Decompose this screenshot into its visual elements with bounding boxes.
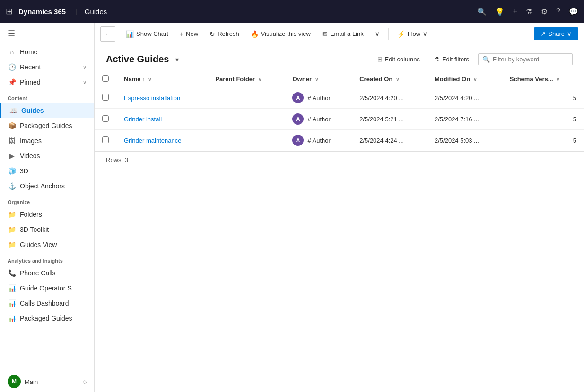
3d-icon: 🧊 [8, 167, 16, 175]
row-name[interactable]: Grinder maintenance [116, 130, 208, 151]
sidebar: ☰ ⌂ Home 🕐 Recent ∨ 📌 Pinned ∨ Content 📖… [0, 23, 95, 392]
data-table: Name ↑ ∨ Parent Folder ∨ Owner ∨ [95, 71, 584, 151]
guide-link[interactable]: Espresso installation [124, 94, 180, 102]
column-header-owner[interactable]: Owner ∨ [285, 71, 352, 87]
share-button[interactable]: ↗ Share ∨ [534, 27, 578, 40]
lightbulb-icon[interactable]: 💡 [495, 7, 505, 16]
sidebar-item-object-anchors[interactable]: ⚓ Object Anchors [0, 179, 94, 194]
view-title-dropdown[interactable]: ▾ [175, 56, 179, 63]
filter-input-wrapper[interactable]: 🔍 [478, 53, 573, 65]
dashboard-icon: 📊 [8, 299, 16, 307]
row-checkbox-cell[interactable] [95, 130, 116, 151]
sidebar-item-packaged-guides-analytics[interactable]: 📊 Packaged Guides [0, 311, 94, 326]
chat-icon[interactable]: 💬 [569, 7, 578, 16]
row-checkbox[interactable] [102, 94, 109, 101]
grid-icon[interactable]: ⊞ [6, 6, 13, 17]
column-header-name[interactable]: Name ↑ ∨ [116, 71, 208, 87]
row-name[interactable]: Grinder install [116, 109, 208, 130]
row-owner: A # Author [285, 87, 352, 109]
sidebar-item-calls-dashboard[interactable]: 📊 Calls Dashboard [0, 296, 94, 311]
sidebar-item-label: Folders [20, 211, 42, 218]
sidebar-item-phone-calls[interactable]: 📞 Phone Calls [0, 265, 94, 281]
chart-icon: 📊 [126, 30, 134, 38]
sidebar-item-folders[interactable]: 📁 Folders [0, 207, 94, 222]
row-checkbox[interactable] [102, 136, 109, 143]
more-options-button[interactable]: ⋯ [434, 27, 449, 40]
chevron-down-icon: ∨ [556, 77, 559, 82]
row-modified-on: 2/5/2024 4:20 ... [427, 87, 502, 109]
show-chart-button[interactable]: 📊 Show Chart [121, 27, 173, 41]
column-header-schema-version[interactable]: Schema Vers... ∨ [502, 71, 584, 87]
row-checkbox[interactable] [102, 115, 109, 122]
add-icon[interactable]: + [513, 7, 517, 16]
share-icon: ↗ [540, 30, 546, 37]
sidebar-item-videos[interactable]: ▶ Videos [0, 148, 94, 163]
sidebar-item-images[interactable]: 🖼 Images [0, 133, 94, 148]
sidebar-item-guide-operator[interactable]: 📊 Guide Operator S... [0, 281, 94, 296]
email-icon: ✉ [322, 30, 328, 38]
sidebar-item-3d[interactable]: 🧊 3D [0, 163, 94, 179]
help-icon[interactable]: ? [556, 7, 560, 16]
sidebar-item-guides-view[interactable]: 📁 Guides View [0, 237, 94, 252]
row-created-on: 2/5/2024 4:24 ... [352, 130, 427, 151]
row-checkbox-cell[interactable] [95, 109, 116, 130]
section-label-content: Content [0, 90, 94, 103]
column-header-modified-on[interactable]: Modified On ∨ [427, 71, 502, 87]
sidebar-item-label: Images [20, 137, 42, 145]
row-checkbox-cell[interactable] [95, 87, 116, 109]
sidebar-item-home[interactable]: ⌂ Home [0, 44, 94, 60]
flow-icon: ⚡ [397, 30, 405, 38]
owner-name: # Author [307, 116, 330, 123]
row-name[interactable]: Espresso installation [116, 87, 208, 109]
email-link-button[interactable]: ✉ Email a Link [317, 27, 368, 41]
share-label: Share [548, 30, 565, 37]
guide-link[interactable]: Grinder maintenance [124, 137, 181, 144]
select-all-header[interactable] [95, 71, 116, 87]
chevron-down-icon: ∨ [148, 77, 151, 82]
visualize-button[interactable]: 🔥 Visualize this view [246, 27, 315, 41]
sidebar-bottom-icon: ◇ [83, 379, 87, 385]
sidebar-item-label: Packaged Guides [20, 122, 72, 129]
owner-name: # Author [307, 94, 330, 102]
email-link-dropdown[interactable]: ∨ [370, 27, 384, 40]
sidebar-item-recent[interactable]: 🕐 Recent ∨ [0, 60, 94, 75]
column-name-label: Name [124, 76, 140, 83]
filter-icon[interactable]: ⚗ [526, 7, 532, 16]
share-dropdown-icon: ∨ [567, 30, 572, 37]
guide-link[interactable]: Grinder install [124, 116, 162, 123]
hamburger-menu[interactable]: ☰ [0, 23, 94, 44]
edit-columns-button[interactable]: ⊞ Edit columns [372, 53, 425, 66]
table-row: Grinder install A # Author 2/5/2024 5:21… [95, 109, 584, 130]
sidebar-item-packaged-guides[interactable]: 📦 Packaged Guides [0, 118, 94, 133]
new-button[interactable]: + New [175, 27, 203, 41]
home-icon: ⌂ [8, 48, 16, 56]
visualize-label: Visualize this view [261, 30, 311, 37]
edit-filters-button[interactable]: ⚗ Edit filters [429, 53, 474, 66]
column-label: Owner [292, 76, 311, 83]
refresh-button[interactable]: ↻ Refresh [205, 27, 244, 41]
show-chart-label: Show Chart [136, 30, 168, 37]
sidebar-item-label: Videos [20, 152, 40, 160]
topbar-divider: | [75, 8, 77, 15]
column-header-parent-folder[interactable]: Parent Folder ∨ [208, 71, 285, 87]
view-header-right: ⊞ Edit columns ⚗ Edit filters 🔍 [372, 53, 573, 66]
flow-button[interactable]: ⚡ Flow ∨ [392, 27, 432, 41]
select-all-checkbox[interactable] [102, 75, 109, 82]
owner-avatar: A [292, 113, 304, 125]
email-link-label: Email a Link [330, 30, 364, 37]
row-owner: A # Author [285, 130, 352, 151]
expand-icon: ∨ [83, 79, 87, 85]
user-avatar: M [8, 375, 21, 388]
sidebar-item-guides[interactable]: 📖 Guides [0, 103, 94, 118]
phone-icon: 📞 [8, 269, 16, 277]
sidebar-item-label: Recent [20, 63, 41, 71]
row-owner: A # Author [285, 109, 352, 130]
sidebar-item-pinned[interactable]: 📌 Pinned ∨ [0, 75, 94, 90]
column-header-created-on[interactable]: Created On ∨ [352, 71, 427, 87]
search-icon[interactable]: 🔍 [477, 7, 487, 16]
row-created-on: 2/5/2024 5:21 ... [352, 109, 427, 130]
settings-icon[interactable]: ⚙ [541, 7, 548, 16]
filter-input[interactable] [493, 56, 568, 63]
back-button[interactable]: ← [100, 26, 115, 42]
sidebar-item-3d-toolkit[interactable]: 📁 3D Toolkit [0, 222, 94, 237]
